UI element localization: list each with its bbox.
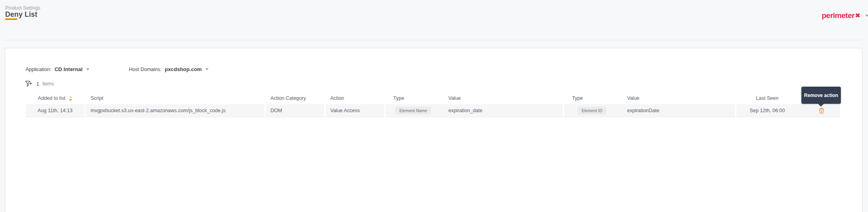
- column-header-script: Script: [86, 95, 264, 101]
- cell-last-seen: Sep 12th, 06:00: [736, 104, 798, 117]
- column-header-last-seen: Last Seen: [736, 95, 798, 101]
- column-header-action: Action: [326, 95, 384, 101]
- chevron-down-icon: [86, 68, 89, 70]
- column-header-action-category: Action Category: [266, 95, 324, 101]
- table-row: Aug 11th, 14:13 mvgpxbucket.s3.us-east-2…: [26, 104, 840, 117]
- type-badge: Element Name: [395, 107, 431, 115]
- sort-asc-arrow-icon: [69, 96, 72, 98]
- deny-list-page: Product Settings Deny List perimeter ✖ A…: [0, 0, 868, 212]
- type-badge: Element ID: [578, 107, 606, 115]
- account-menu[interactable]: perimeter ✖: [822, 11, 868, 20]
- sort-icon[interactable]: [69, 96, 72, 101]
- cell-value-2: expirationDate: [620, 104, 735, 117]
- cell-added-to-list: Aug 11th, 14:13: [26, 104, 85, 117]
- host-domains-value: pxcdshop.com: [165, 66, 202, 72]
- items-count-label: Items: [42, 81, 54, 87]
- sort-desc-arrow-icon: [69, 99, 72, 101]
- application-value: CD Internal: [55, 66, 83, 72]
- title-accent-underline: [5, 18, 17, 20]
- cell-script: mvgpxbucket.s3.us-east-2.amazonaws.com/j…: [86, 104, 264, 117]
- cell-type-1: Element Name: [385, 104, 441, 117]
- page-title: Deny List: [5, 10, 37, 19]
- remove-action-button[interactable]: [819, 107, 825, 114]
- trash-icon: [819, 107, 825, 114]
- deny-list-table: Added to list Script Action Category Act…: [26, 92, 840, 117]
- host-domains-dropdown[interactable]: Host Domains: pxcdshop.com: [129, 66, 209, 72]
- application-label: Application:: [26, 67, 51, 72]
- remove-action-tooltip: Remove action: [801, 87, 841, 104]
- cell-action-category: DOM: [266, 104, 324, 117]
- host-domains-label: Host Domains:: [129, 67, 162, 72]
- breadcrumb: Product Settings: [5, 5, 40, 11]
- chevron-down-icon: [865, 15, 868, 17]
- column-header-value-2: Value: [620, 95, 735, 101]
- filter-plus-icon: [25, 81, 32, 87]
- header-divider: [4, 40, 863, 40]
- column-header-type-1: Type: [385, 95, 441, 101]
- table-header-row: Added to list Script Action Category Act…: [26, 92, 840, 104]
- items-count: 1: [36, 81, 39, 87]
- content-panel: Application: CD Internal Host Domains: p…: [5, 48, 862, 212]
- chevron-down-icon: [205, 68, 209, 70]
- cell-value-1: expiration_date: [441, 104, 563, 117]
- perimeterx-logo: perimeter: [822, 11, 854, 20]
- cell-type-2: Element ID: [564, 104, 620, 117]
- column-header-type-2: Type: [564, 95, 620, 101]
- column-header-added-to-list[interactable]: Added to list: [26, 95, 85, 101]
- items-summary-row: 1 Items: [25, 81, 54, 87]
- application-dropdown[interactable]: Application: CD Internal: [26, 66, 89, 72]
- add-filter-button[interactable]: [25, 81, 32, 87]
- perimeterx-x-icon: ✖: [855, 12, 860, 19]
- tooltip-label: Remove action: [804, 93, 838, 98]
- tooltip-arrow: [818, 104, 824, 107]
- column-header-value-1: Value: [441, 95, 563, 101]
- cell-action: Value Access: [326, 104, 384, 117]
